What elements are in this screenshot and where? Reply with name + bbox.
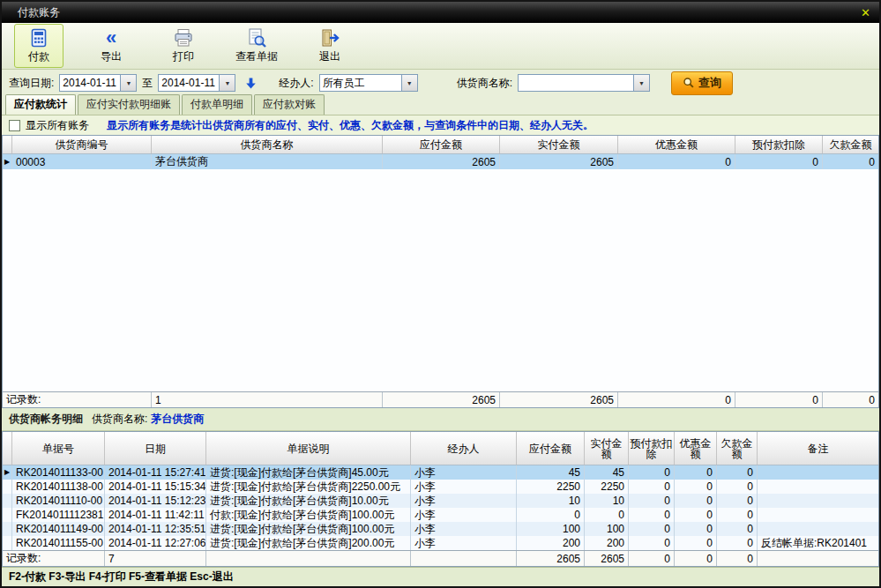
cell-debt: 0 <box>717 536 758 550</box>
footer-prepay-total: 0 <box>735 392 823 407</box>
cell-paid: 45 <box>585 465 629 480</box>
payment-button[interactable]: 付款 <box>14 24 63 68</box>
printer-icon <box>173 27 194 48</box>
row-marker: ▶ <box>3 154 12 169</box>
summary-table-empty-area <box>3 169 878 391</box>
tab-payable-paid-detail[interactable]: 应付实付款明细账 <box>78 94 180 115</box>
header-supplier-code: 供货商编号 <box>12 136 152 153</box>
status-bar: F2-付款 F3-导出 F4-打印 F5-查看单据 Esc-退出 <box>2 567 879 586</box>
row-marker: ▶ <box>3 465 12 480</box>
cell-prepay-deduct: 0 <box>629 480 675 494</box>
tab-payable-stats[interactable]: 应付款统计 <box>5 94 76 115</box>
cell-prepay-deduct: 0 <box>629 465 675 480</box>
cell-payable: 2250 <box>517 480 585 494</box>
cell-date: 2014-01-11 12:27:06 <box>105 536 206 550</box>
header-desc: 单据说明 <box>206 432 411 465</box>
footer-prepay-total: 0 <box>629 551 675 566</box>
cell-desc: 进货:[现金]付款给[茅台供货商]100.00元 <box>206 522 411 536</box>
cell-payable: 45 <box>517 465 585 480</box>
header-paid: 实付金额 <box>500 136 618 153</box>
cell-paid: 100 <box>585 522 629 536</box>
chevron-down-icon[interactable]: ▼ <box>633 75 649 91</box>
footer-record-count: 7 <box>105 551 206 566</box>
tab-payable-reconcile[interactable]: 应付款对账 <box>254 94 325 115</box>
cell-discount: 0 <box>675 494 717 508</box>
row-marker <box>3 536 12 550</box>
cell-prepay-deduct: 0 <box>629 494 675 508</box>
cell-remark <box>758 480 878 494</box>
chevron-down-icon[interactable]: ▼ <box>120 75 136 91</box>
query-date-label: 查询日期: <box>9 76 54 91</box>
footer-payable-total: 2605 <box>517 551 585 566</box>
window-title: 付款账务 <box>18 5 60 20</box>
detail-supplier-label: 供货商名称: <box>92 412 147 427</box>
footer-paid-total: 2605 <box>585 551 629 566</box>
cell-operator: 小李 <box>411 494 517 508</box>
header-remark: 备注 <box>758 432 878 465</box>
supplier-select[interactable]: ▼ <box>518 74 650 92</box>
print-button[interactable]: 打印 <box>159 24 208 68</box>
header-date: 日期 <box>105 432 206 465</box>
view-document-button-label: 查看单据 <box>235 49 278 64</box>
footer-discount-total: 0 <box>618 392 735 407</box>
title-bar: 付款账务 ✕ <box>2 2 879 23</box>
chevron-down-icon[interactable]: ▼ <box>219 75 235 91</box>
exit-button[interactable]: 退出 <box>305 24 355 68</box>
cell-date: 2014-01-11 11:42:11 <box>105 508 206 522</box>
header-payable: 应付金额 <box>383 136 500 153</box>
cell-desc: 进货:[现金]付款给[茅台供货商]200.00元 <box>206 536 411 550</box>
cell-payable: 0 <box>517 508 585 522</box>
cell-paid: 2250 <box>585 480 629 494</box>
tab-payment-doc-detail[interactable]: 付款单明细 <box>182 94 252 115</box>
supplier-row[interactable]: ▶ 00003 茅台供货商 2605 2605 0 0 0 <box>3 154 878 169</box>
row-marker <box>3 508 12 522</box>
search-button[interactable]: 查询 <box>671 71 733 95</box>
header-payable: 应付金额 <box>517 432 585 465</box>
header-debt: 欠款金额 <box>823 136 878 153</box>
cell-operator: 小李 <box>411 465 517 480</box>
operator-value: 所有员工 <box>320 76 401 91</box>
footer-records-label: 记录数: <box>3 551 105 566</box>
cell-discount: 0 <box>675 465 717 480</box>
footer-debt-total: 0 <box>823 392 878 407</box>
date-from-value: 2014-01-11 <box>60 77 120 89</box>
tab-strip: 应付款统计 应付实付款明细账 付款单明细 应付款对账 <box>2 96 879 115</box>
payment-button-label: 付款 <box>28 49 49 64</box>
supplier-label: 供货商名称: <box>457 76 512 91</box>
cell-debt: 0 <box>717 522 758 536</box>
supplier-detail-table: 单据号 日期 单据说明 经办人 应付金额 实付金额 预付款扣除 优惠金额 欠款金… <box>2 431 879 567</box>
cell-discount: 0 <box>675 536 717 550</box>
app-window: 付款账务 ✕ 付款 « 导出 打印 查看单据 <box>0 0 881 588</box>
show-all-checkbox[interactable] <box>9 120 20 131</box>
search-magnifier-icon <box>683 77 695 89</box>
chevron-down-icon[interactable]: ▼ <box>401 75 417 91</box>
footer-paid-total: 2605 <box>500 392 618 407</box>
cell-doc-no: RK2014011138-00 <box>12 480 105 494</box>
detail-row[interactable]: RK2014011110-00 2014-01-11 15:12:23 进货:[… <box>3 494 878 508</box>
cell-payable: 200 <box>517 536 585 550</box>
view-document-button[interactable]: 查看单据 <box>231 24 282 68</box>
detail-row[interactable]: FK2014011112381 2014-01-11 11:42:11 付款:[… <box>3 508 878 522</box>
detail-row[interactable]: RK2014011149-00 2014-01-11 12:35:51 进货:[… <box>3 522 878 536</box>
date-to-select[interactable]: 2014-01-11 ▼ <box>158 74 235 92</box>
cell-discount: 0 <box>675 480 717 494</box>
date-to-value: 2014-01-11 <box>159 77 219 89</box>
apply-date-arrow-icon[interactable] <box>244 77 258 90</box>
cell-prepay-deduct: 0 <box>629 508 675 522</box>
detail-row[interactable]: ▶ RK2014011133-00 2014-01-11 15:27:41 进货… <box>3 465 878 480</box>
detail-row[interactable]: RK2014011155-00 2014-01-11 12:27:06 进货:[… <box>3 536 878 550</box>
date-from-select[interactable]: 2014-01-11 ▼ <box>59 74 137 92</box>
cell-paid: 200 <box>585 536 629 550</box>
operator-select[interactable]: 所有员工 ▼ <box>319 74 418 92</box>
cell-supplier-code: 00003 <box>12 154 152 169</box>
detail-row[interactable]: RK2014011138-00 2014-01-11 15:15:34 进货:[… <box>3 480 878 494</box>
cell-discount: 0 <box>618 154 735 169</box>
header-operator: 经办人 <box>411 432 517 465</box>
cell-date: 2014-01-11 15:15:34 <box>105 480 206 494</box>
marker-header-cell <box>3 432 12 465</box>
header-prepay-deduct: 预付款扣除 <box>629 432 675 465</box>
export-button[interactable]: « 导出 <box>86 24 136 68</box>
cell-debt: 0 <box>823 154 878 169</box>
export-button-label: 导出 <box>101 49 122 64</box>
close-icon[interactable]: ✕ <box>861 7 870 19</box>
